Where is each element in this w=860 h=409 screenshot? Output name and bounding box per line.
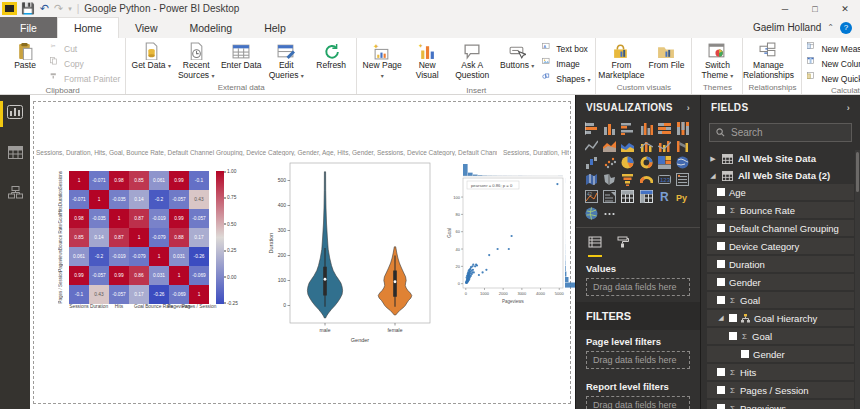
collapse-ribbon-icon[interactable]: ⌃ — [827, 23, 834, 32]
minimize-button[interactable]: ─ — [770, 0, 800, 17]
menu-tab-view[interactable]: View — [119, 17, 174, 38]
gauge-icon[interactable] — [639, 172, 653, 186]
donut-chart-icon[interactable] — [639, 155, 653, 169]
field-checkbox[interactable] — [717, 242, 725, 250]
buttons-button[interactable]: Buttons ▾ — [495, 40, 539, 72]
map-icon[interactable] — [676, 155, 690, 169]
refresh-button[interactable]: Refresh — [309, 40, 353, 72]
fields-scrollbar[interactable] — [855, 150, 860, 409]
field-checkbox[interactable] — [717, 188, 725, 196]
save-icon[interactable]: 💾 — [21, 2, 35, 15]
get-data-button[interactable]: Get Data ▾ — [129, 40, 173, 72]
funnel-icon[interactable] — [621, 172, 635, 186]
fields-pane-tab[interactable] — [588, 234, 602, 257]
collapse-fields-icon[interactable]: › — [847, 103, 850, 113]
field-checkbox[interactable] — [717, 368, 725, 376]
cut-button[interactable]: ✂Cut — [48, 42, 122, 55]
image-button[interactable]: Image — [540, 57, 592, 70]
format-painter-button[interactable]: Format Painter — [48, 72, 122, 85]
arcgis-map-icon[interactable] — [584, 206, 598, 220]
redo-icon[interactable]: ↷ — [54, 2, 63, 15]
values-drop-zone[interactable]: Drag data fields here — [586, 278, 690, 296]
slicer-icon[interactable] — [602, 189, 616, 203]
collapsed-arrow-icon[interactable]: ▶ — [709, 155, 717, 163]
sidebar-model-view-button[interactable] — [0, 181, 30, 207]
new-page-button[interactable]: ✦New Page ▾ — [360, 40, 404, 82]
menu-tab-file[interactable]: File — [0, 17, 57, 38]
menu-tab-home[interactable]: Home — [57, 17, 119, 38]
signed-in-user[interactable]: Gaelim Holland — [753, 22, 821, 33]
field-checkbox[interactable] — [741, 350, 749, 358]
field-checkbox[interactable] — [717, 224, 725, 232]
sidebar-report-view-button[interactable] — [0, 101, 30, 127]
stacked-bar-chart-icon[interactable] — [584, 121, 598, 135]
page-filters-drop-zone[interactable]: Drag data fields here — [586, 351, 690, 369]
fields-search-input[interactable]: Search — [709, 123, 852, 142]
copy-button[interactable]: Copy — [48, 57, 122, 70]
from-file-button[interactable]: From File — [644, 40, 688, 72]
field-bounce-rate[interactable]: ΣBounce Rate — [707, 202, 854, 218]
field-checkbox[interactable] — [729, 314, 737, 322]
r-script-visual-icon[interactable]: R — [657, 189, 671, 203]
python-visual-icon[interactable]: Py — [676, 189, 690, 203]
new-visual-button[interactable]: ✦New Visual — [405, 40, 449, 82]
violin-plot-visual[interactable]: 0100200300400500DurationmalefemaleGender — [266, 159, 436, 353]
field-pageviews[interactable]: ΣPageviews — [707, 400, 854, 409]
clustered-column-chart-icon[interactable] — [639, 121, 653, 135]
qat-dropdown-icon[interactable]: ▾ — [68, 5, 72, 13]
line-clustered-column-chart-icon[interactable] — [657, 138, 671, 152]
field-default-channel-grouping[interactable]: Default Channel Grouping — [707, 220, 854, 236]
field-pages-session[interactable]: ΣPages / Session — [707, 382, 854, 398]
stacked-area-chart-icon[interactable] — [621, 138, 635, 152]
field-checkbox[interactable] — [717, 404, 725, 409]
field-gender[interactable]: Gender — [707, 346, 854, 362]
scatter-chart-icon[interactable] — [602, 155, 616, 169]
field-checkbox[interactable] — [729, 332, 737, 340]
field-checkbox[interactable] — [717, 386, 725, 394]
100-stacked-column-chart-icon[interactable] — [676, 121, 690, 135]
correlation-heatmap-visual[interactable]: SessionsDurationHitsGoalBounce RatePagev… — [58, 171, 244, 313]
manage-relationships-button[interactable]: Manage Relationships — [746, 40, 790, 82]
field-duration[interactable]: Duration — [707, 256, 854, 272]
field-goal-hierarchy[interactable]: ◢Goal Hierarchy — [707, 310, 854, 326]
help-icon[interactable]: ? — [840, 22, 852, 34]
from-marketplace-button[interactable]: From Marketplace — [599, 40, 643, 82]
edit-queries-button[interactable]: Edit Queries ▾ — [264, 40, 308, 82]
filled-map-icon[interactable] — [584, 172, 598, 186]
multi-row-card-icon[interactable] — [676, 172, 690, 186]
fields-table-all-web-site-data[interactable]: ▶All Web Site Data — [701, 150, 860, 167]
ribbon-chart-icon[interactable] — [676, 138, 690, 152]
expanded-arrow-icon[interactable]: ◢ — [709, 172, 717, 180]
close-button[interactable]: ✕ — [830, 0, 860, 17]
text-box-button[interactable]: AText box — [540, 42, 592, 55]
menu-tab-modeling[interactable]: Modeling — [174, 17, 249, 38]
area-chart-icon[interactable] — [602, 138, 616, 152]
ask-a-question-button[interactable]: Ask A Question — [450, 40, 494, 82]
switch-theme-button[interactable]: Switch Theme ▾ — [695, 40, 739, 82]
jointplot-scatter-visual[interactable]: 020406080100010002000300040005000Pagevie… — [446, 163, 578, 309]
field-checkbox[interactable] — [717, 260, 725, 268]
treemap-icon[interactable] — [657, 155, 671, 169]
table-icon[interactable] — [621, 189, 635, 203]
new-quick-measure-button[interactable]: New Quick Measure — [805, 72, 860, 85]
expanded-arrow-icon[interactable]: ◢ — [717, 314, 725, 322]
paste-button[interactable]: Paste — [3, 40, 47, 72]
stacked-column-chart-icon[interactable] — [602, 121, 616, 135]
collapse-visualizations-icon[interactable]: › — [687, 103, 690, 113]
format-pane-tab[interactable] — [616, 234, 629, 257]
maximize-button[interactable]: □ — [800, 0, 830, 17]
line-stacked-column-chart-icon[interactable] — [639, 138, 653, 152]
sidebar-data-view-button[interactable] — [0, 141, 30, 167]
field-checkbox[interactable] — [717, 206, 725, 214]
kpi-icon[interactable]: 42 — [584, 189, 598, 203]
field-device-category[interactable]: Device Category — [707, 238, 854, 254]
card-icon[interactable]: 123 — [657, 172, 671, 186]
clustered-bar-chart-icon[interactable] — [621, 121, 635, 135]
field-gender[interactable]: Gender — [707, 274, 854, 290]
line-chart-icon[interactable] — [584, 138, 598, 152]
undo-icon[interactable]: ↶ — [40, 2, 49, 15]
enter-data-button[interactable]: Enter Data — [219, 40, 263, 72]
waterfall-chart-icon[interactable] — [584, 155, 598, 169]
100-stacked-bar-chart-icon[interactable] — [657, 121, 671, 135]
more-visuals-icon[interactable] — [602, 206, 616, 220]
